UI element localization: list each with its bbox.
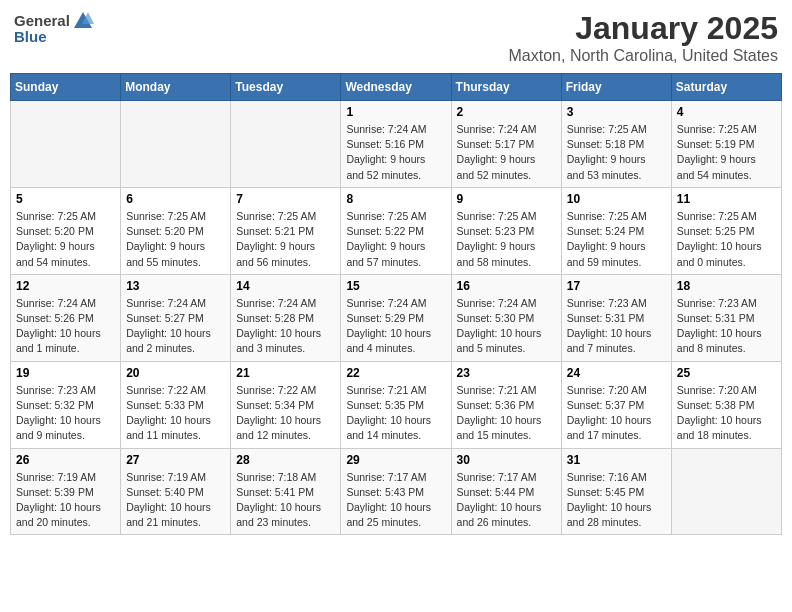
day-number: 10 [567,192,666,206]
day-info: Sunrise: 7:25 AM Sunset: 5:21 PM Dayligh… [236,209,335,270]
calendar-cell: 5Sunrise: 7:25 AM Sunset: 5:20 PM Daylig… [11,187,121,274]
day-number: 22 [346,366,445,380]
day-info: Sunrise: 7:25 AM Sunset: 5:23 PM Dayligh… [457,209,556,270]
logo: General Blue [14,10,94,45]
calendar-cell: 27Sunrise: 7:19 AM Sunset: 5:40 PM Dayli… [121,448,231,535]
day-number: 4 [677,105,776,119]
page-title: January 2025 [509,10,778,47]
calendar-cell: 24Sunrise: 7:20 AM Sunset: 5:37 PM Dayli… [561,361,671,448]
calendar-cell: 15Sunrise: 7:24 AM Sunset: 5:29 PM Dayli… [341,274,451,361]
calendar-cell: 11Sunrise: 7:25 AM Sunset: 5:25 PM Dayli… [671,187,781,274]
day-number: 15 [346,279,445,293]
day-info: Sunrise: 7:19 AM Sunset: 5:39 PM Dayligh… [16,470,115,531]
day-number: 12 [16,279,115,293]
day-info: Sunrise: 7:25 AM Sunset: 5:24 PM Dayligh… [567,209,666,270]
calendar-cell: 2Sunrise: 7:24 AM Sunset: 5:17 PM Daylig… [451,101,561,188]
day-number: 20 [126,366,225,380]
calendar-cell: 7Sunrise: 7:25 AM Sunset: 5:21 PM Daylig… [231,187,341,274]
day-info: Sunrise: 7:17 AM Sunset: 5:44 PM Dayligh… [457,470,556,531]
day-number: 19 [16,366,115,380]
calendar-cell [671,448,781,535]
calendar-cell: 4Sunrise: 7:25 AM Sunset: 5:19 PM Daylig… [671,101,781,188]
day-info: Sunrise: 7:24 AM Sunset: 5:29 PM Dayligh… [346,296,445,357]
weekday-header-saturday: Saturday [671,74,781,101]
calendar-cell: 23Sunrise: 7:21 AM Sunset: 5:36 PM Dayli… [451,361,561,448]
page-header: General Blue January 2025 Maxton, North … [10,10,782,65]
day-number: 13 [126,279,225,293]
calendar-cell: 3Sunrise: 7:25 AM Sunset: 5:18 PM Daylig… [561,101,671,188]
weekday-header-wednesday: Wednesday [341,74,451,101]
day-number: 1 [346,105,445,119]
day-info: Sunrise: 7:20 AM Sunset: 5:37 PM Dayligh… [567,383,666,444]
logo-icon [72,10,94,30]
day-number: 26 [16,453,115,467]
calendar-week-5: 26Sunrise: 7:19 AM Sunset: 5:39 PM Dayli… [11,448,782,535]
day-info: Sunrise: 7:19 AM Sunset: 5:40 PM Dayligh… [126,470,225,531]
calendar-cell: 22Sunrise: 7:21 AM Sunset: 5:35 PM Dayli… [341,361,451,448]
day-number: 25 [677,366,776,380]
day-number: 27 [126,453,225,467]
calendar-cell [11,101,121,188]
weekday-header-friday: Friday [561,74,671,101]
calendar-week-2: 5Sunrise: 7:25 AM Sunset: 5:20 PM Daylig… [11,187,782,274]
day-info: Sunrise: 7:23 AM Sunset: 5:31 PM Dayligh… [567,296,666,357]
day-number: 30 [457,453,556,467]
day-info: Sunrise: 7:24 AM Sunset: 5:17 PM Dayligh… [457,122,556,183]
calendar-cell: 16Sunrise: 7:24 AM Sunset: 5:30 PM Dayli… [451,274,561,361]
calendar-cell: 20Sunrise: 7:22 AM Sunset: 5:33 PM Dayli… [121,361,231,448]
day-number: 6 [126,192,225,206]
day-info: Sunrise: 7:25 AM Sunset: 5:20 PM Dayligh… [126,209,225,270]
day-number: 17 [567,279,666,293]
calendar-week-3: 12Sunrise: 7:24 AM Sunset: 5:26 PM Dayli… [11,274,782,361]
day-number: 2 [457,105,556,119]
calendar-cell: 9Sunrise: 7:25 AM Sunset: 5:23 PM Daylig… [451,187,561,274]
weekday-header-monday: Monday [121,74,231,101]
day-number: 7 [236,192,335,206]
calendar-cell: 28Sunrise: 7:18 AM Sunset: 5:41 PM Dayli… [231,448,341,535]
calendar-cell [231,101,341,188]
logo-blue-text: Blue [14,28,94,45]
day-number: 23 [457,366,556,380]
title-block: January 2025 Maxton, North Carolina, Uni… [509,10,778,65]
day-number: 8 [346,192,445,206]
calendar-cell: 1Sunrise: 7:24 AM Sunset: 5:16 PM Daylig… [341,101,451,188]
page-subtitle: Maxton, North Carolina, United States [509,47,778,65]
day-info: Sunrise: 7:21 AM Sunset: 5:36 PM Dayligh… [457,383,556,444]
calendar-cell: 17Sunrise: 7:23 AM Sunset: 5:31 PM Dayli… [561,274,671,361]
day-info: Sunrise: 7:24 AM Sunset: 5:27 PM Dayligh… [126,296,225,357]
day-number: 5 [16,192,115,206]
day-info: Sunrise: 7:22 AM Sunset: 5:34 PM Dayligh… [236,383,335,444]
calendar-cell: 8Sunrise: 7:25 AM Sunset: 5:22 PM Daylig… [341,187,451,274]
calendar-cell: 31Sunrise: 7:16 AM Sunset: 5:45 PM Dayli… [561,448,671,535]
day-info: Sunrise: 7:16 AM Sunset: 5:45 PM Dayligh… [567,470,666,531]
day-number: 24 [567,366,666,380]
weekday-header-row: SundayMondayTuesdayWednesdayThursdayFrid… [11,74,782,101]
calendar-cell [121,101,231,188]
day-info: Sunrise: 7:24 AM Sunset: 5:30 PM Dayligh… [457,296,556,357]
day-info: Sunrise: 7:25 AM Sunset: 5:22 PM Dayligh… [346,209,445,270]
day-info: Sunrise: 7:21 AM Sunset: 5:35 PM Dayligh… [346,383,445,444]
weekday-header-thursday: Thursday [451,74,561,101]
calendar-week-1: 1Sunrise: 7:24 AM Sunset: 5:16 PM Daylig… [11,101,782,188]
calendar-cell: 21Sunrise: 7:22 AM Sunset: 5:34 PM Dayli… [231,361,341,448]
day-number: 16 [457,279,556,293]
day-info: Sunrise: 7:18 AM Sunset: 5:41 PM Dayligh… [236,470,335,531]
calendar-cell: 10Sunrise: 7:25 AM Sunset: 5:24 PM Dayli… [561,187,671,274]
day-number: 3 [567,105,666,119]
calendar-cell: 14Sunrise: 7:24 AM Sunset: 5:28 PM Dayli… [231,274,341,361]
calendar-cell: 6Sunrise: 7:25 AM Sunset: 5:20 PM Daylig… [121,187,231,274]
day-number: 29 [346,453,445,467]
day-number: 11 [677,192,776,206]
logo-general-text: General [14,12,70,29]
calendar-cell: 25Sunrise: 7:20 AM Sunset: 5:38 PM Dayli… [671,361,781,448]
day-info: Sunrise: 7:23 AM Sunset: 5:32 PM Dayligh… [16,383,115,444]
calendar-cell: 26Sunrise: 7:19 AM Sunset: 5:39 PM Dayli… [11,448,121,535]
day-info: Sunrise: 7:25 AM Sunset: 5:20 PM Dayligh… [16,209,115,270]
day-number: 18 [677,279,776,293]
day-info: Sunrise: 7:25 AM Sunset: 5:18 PM Dayligh… [567,122,666,183]
day-info: Sunrise: 7:20 AM Sunset: 5:38 PM Dayligh… [677,383,776,444]
calendar-cell: 19Sunrise: 7:23 AM Sunset: 5:32 PM Dayli… [11,361,121,448]
day-info: Sunrise: 7:24 AM Sunset: 5:26 PM Dayligh… [16,296,115,357]
calendar-cell: 29Sunrise: 7:17 AM Sunset: 5:43 PM Dayli… [341,448,451,535]
weekday-header-sunday: Sunday [11,74,121,101]
